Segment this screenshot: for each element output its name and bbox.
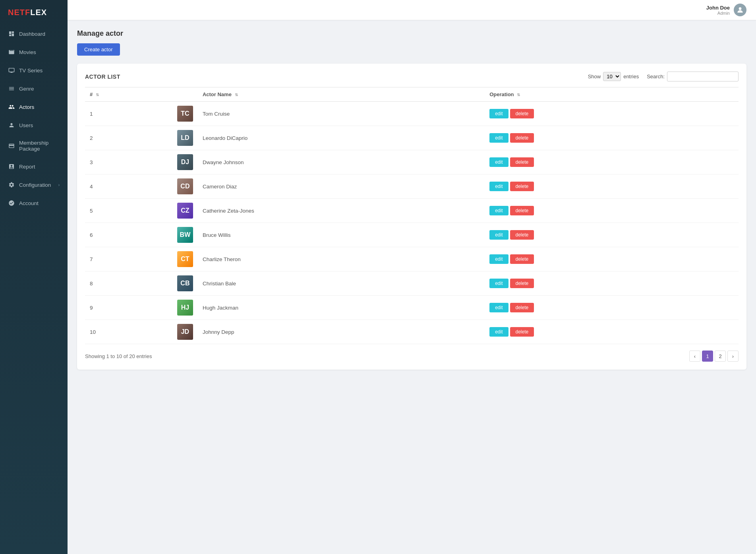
membership-icon — [8, 142, 15, 149]
user-avatar — [734, 4, 746, 16]
table-row: 8CBChristian Baleeditdelete — [85, 271, 739, 296]
row-operations: editdelete — [485, 296, 739, 320]
sidebar-item-dashboard[interactable]: Dashboard — [0, 25, 68, 43]
row-number: 1 — [85, 102, 172, 126]
delete-actor-8-button[interactable]: delete — [510, 279, 534, 288]
search-input[interactable] — [667, 72, 739, 81]
table-row: 6BWBruce Williseditdelete — [85, 223, 739, 247]
row-photo: TC — [172, 102, 198, 126]
row-photo: LD — [172, 126, 198, 150]
table-row: 4CDCameron Diazeditdelete — [85, 174, 739, 199]
sidebar-item-report[interactable]: Report — [0, 157, 68, 176]
delete-actor-6-button[interactable]: delete — [510, 230, 534, 240]
delete-actor-2-button[interactable]: delete — [510, 133, 534, 143]
edit-actor-4-button[interactable]: edit — [489, 182, 508, 191]
sidebar-item-account[interactable]: Account — [0, 194, 68, 212]
sidebar-label-actors: Actors — [19, 104, 60, 110]
sidebar-item-movies[interactable]: Movies — [0, 43, 68, 61]
row-actor-name: Dwayne Johnson — [198, 150, 485, 174]
table-search-controls: Search: — [647, 72, 739, 81]
row-operations: editdelete — [485, 174, 739, 199]
nav-menu: DashboardMoviesTV SeriesGenreActorsUsers… — [0, 25, 68, 212]
edit-actor-3-button[interactable]: edit — [489, 157, 508, 167]
delete-actor-3-button[interactable]: delete — [510, 157, 534, 167]
svg-point-0 — [739, 7, 742, 10]
show-label: Show — [588, 74, 601, 79]
chevron-right-icon: › — [58, 183, 60, 187]
row-actor-name: Charlize Theron — [198, 247, 485, 271]
page-2-button[interactable]: 2 — [715, 351, 726, 362]
row-number: 6 — [85, 223, 172, 247]
row-operations: editdelete — [485, 199, 739, 223]
row-operations: editdelete — [485, 223, 739, 247]
row-actor-name: Christian Bale — [198, 271, 485, 296]
row-operations: editdelete — [485, 271, 739, 296]
col-operation[interactable]: Operation ⇅ — [485, 87, 739, 102]
edit-actor-1-button[interactable]: edit — [489, 109, 508, 118]
col-num[interactable]: # ⇅ — [85, 87, 172, 102]
user-details: John Doe Admin — [706, 5, 730, 15]
delete-actor-7-button[interactable]: delete — [510, 254, 534, 264]
sidebar-item-tv-series[interactable]: TV Series — [0, 61, 68, 79]
sidebar-label-tv-series: TV Series — [19, 68, 60, 74]
actor-avatar: CD — [177, 178, 193, 194]
row-photo: BW — [172, 223, 198, 247]
topbar: John Doe Admin — [68, 0, 756, 20]
sidebar-item-genre[interactable]: Genre — [0, 79, 68, 98]
row-photo: DJ — [172, 150, 198, 174]
row-actor-name: Hugh Jackman — [198, 296, 485, 320]
edit-actor-8-button[interactable]: edit — [489, 279, 508, 288]
actor-avatar: CB — [177, 275, 193, 291]
row-photo: JD — [172, 320, 198, 344]
content-area: Manage actor Create actor ACTOR LIST Sho… — [68, 20, 756, 554]
table-header-row: # ⇅ Actor Name ⇅ Operation ⇅ — [85, 87, 739, 102]
edit-actor-2-button[interactable]: edit — [489, 133, 508, 143]
row-photo: CD — [172, 174, 198, 199]
table-show-controls: Show 10 25 50 entries — [588, 72, 639, 81]
sidebar-item-actors[interactable]: Actors — [0, 98, 68, 116]
config-icon — [8, 181, 15, 188]
page-title: Manage actor — [77, 29, 746, 38]
delete-actor-1-button[interactable]: delete — [510, 109, 534, 118]
sidebar-label-users: Users — [19, 122, 60, 128]
row-number: 4 — [85, 174, 172, 199]
row-number: 2 — [85, 126, 172, 150]
edit-actor-9-button[interactable]: edit — [489, 303, 508, 312]
table-row: 1TCTom Cruiseeditdelete — [85, 102, 739, 126]
delete-actor-5-button[interactable]: delete — [510, 206, 534, 215]
row-number: 10 — [85, 320, 172, 344]
delete-actor-9-button[interactable]: delete — [510, 303, 534, 312]
next-page-button[interactable]: › — [727, 351, 739, 362]
dashboard-icon — [8, 30, 15, 37]
create-actor-button[interactable]: Create actor — [77, 43, 120, 56]
row-actor-name: Leonardo DiCaprio — [198, 126, 485, 150]
delete-actor-10-button[interactable]: delete — [510, 327, 534, 337]
edit-actor-10-button[interactable]: edit — [489, 327, 508, 337]
pagination-controls: ‹ 1 2 › — [689, 351, 739, 362]
user-role: Admin — [706, 11, 730, 15]
edit-actor-5-button[interactable]: edit — [489, 206, 508, 215]
edit-actor-6-button[interactable]: edit — [489, 230, 508, 240]
actors-table: # ⇅ Actor Name ⇅ Operation ⇅ 1TCTom Crui… — [85, 87, 739, 344]
sidebar-label-report: Report — [19, 164, 60, 170]
edit-actor-7-button[interactable]: edit — [489, 254, 508, 264]
row-operations: editdelete — [485, 320, 739, 344]
table-row: 2LDLeonardo DiCaprioeditdelete — [85, 126, 739, 150]
prev-page-button[interactable]: ‹ — [689, 351, 700, 362]
sidebar-item-membership-package[interactable]: Membership Package — [0, 134, 68, 157]
actor-avatar: CZ — [177, 203, 193, 219]
actor-avatar: JD — [177, 324, 193, 340]
row-actor-name: Bruce Willis — [198, 223, 485, 247]
row-operations: editdelete — [485, 150, 739, 174]
row-number: 9 — [85, 296, 172, 320]
sidebar-item-users[interactable]: Users — [0, 116, 68, 134]
row-photo: CT — [172, 247, 198, 271]
entries-select[interactable]: 10 25 50 — [603, 72, 621, 81]
delete-actor-4-button[interactable]: delete — [510, 182, 534, 191]
sidebar-item-configuration[interactable]: Configuration› — [0, 176, 68, 194]
page-1-button[interactable]: 1 — [702, 351, 713, 362]
col-actor-name[interactable]: Actor Name ⇅ — [198, 87, 485, 102]
pagination-bar: Showing 1 to 10 of 20 entries ‹ 1 2 › — [85, 351, 739, 362]
actors-icon — [8, 103, 15, 110]
row-actor-name: Catherine Zeta-Jones — [198, 199, 485, 223]
